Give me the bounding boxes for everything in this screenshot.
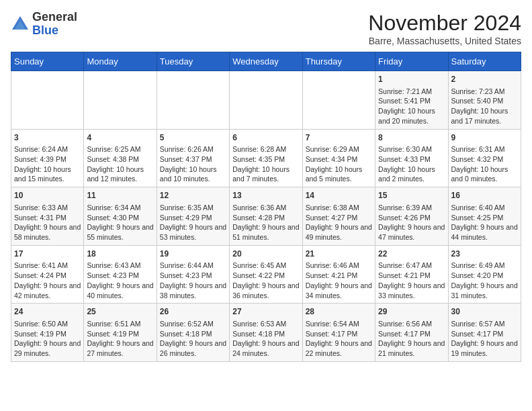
logo-blue-text: Blue	[32, 24, 77, 38]
day-info: Sunrise: 6:41 AM	[14, 261, 81, 271]
day-info: Sunset: 4:21 PM	[378, 271, 445, 281]
day-info: Sunrise: 6:31 AM	[451, 144, 518, 154]
day-info: Sunrise: 6:47 AM	[378, 261, 445, 271]
day-info: Daylight: 10 hours and 0 minutes.	[451, 165, 518, 184]
day-info: Sunrise: 6:53 AM	[232, 319, 299, 329]
day-info: Daylight: 9 hours and 44 minutes.	[451, 222, 518, 242]
calendar-table: SundayMondayTuesdayWednesdayThursdayFrid…	[11, 52, 521, 362]
day-number: 30	[451, 306, 518, 318]
day-info: Sunset: 5:40 PM	[451, 96, 518, 106]
day-info: Sunset: 4:19 PM	[14, 329, 81, 339]
day-number: 11	[87, 190, 153, 201]
day-info: Sunset: 4:23 PM	[160, 271, 226, 281]
day-number: 22	[378, 248, 445, 260]
calendar-cell: 25Sunrise: 6:51 AMSunset: 4:19 PMDayligh…	[84, 304, 157, 362]
calendar-cell: 12Sunrise: 6:35 AMSunset: 4:29 PMDayligh…	[157, 187, 229, 246]
day-info: Sunrise: 6:50 AM	[14, 319, 81, 329]
weekday-sunday: Sunday	[11, 52, 84, 71]
day-info: Daylight: 9 hours and 19 minutes.	[451, 338, 518, 358]
day-info: Sunrise: 6:24 AM	[14, 144, 81, 154]
day-info: Sunrise: 6:45 AM	[232, 261, 299, 271]
calendar-title: November 2024	[368, 11, 521, 36]
day-number: 25	[87, 306, 153, 318]
calendar-subtitle: Barre, Massachusetts, United States	[368, 36, 521, 46]
day-info: Daylight: 9 hours and 40 minutes.	[87, 281, 153, 300]
day-number: 23	[451, 248, 518, 260]
day-number: 27	[232, 306, 299, 318]
week-row-1: 1Sunrise: 7:21 AMSunset: 5:41 PMDaylight…	[11, 71, 521, 130]
day-info: Sunrise: 6:38 AM	[306, 203, 372, 213]
day-info: Daylight: 9 hours and 42 minutes.	[14, 281, 81, 300]
day-info: Daylight: 9 hours and 49 minutes.	[306, 222, 372, 242]
day-info: Daylight: 9 hours and 51 minutes.	[232, 222, 299, 242]
week-row-4: 17Sunrise: 6:41 AMSunset: 4:24 PMDayligh…	[11, 245, 521, 304]
calendar-cell: 2Sunrise: 7:23 AMSunset: 5:40 PMDaylight…	[448, 71, 521, 130]
day-info: Sunset: 4:27 PM	[306, 213, 372, 223]
calendar-cell: 29Sunrise: 6:56 AMSunset: 4:17 PMDayligh…	[375, 304, 448, 362]
day-info: Sunrise: 6:33 AM	[14, 203, 81, 213]
day-info: Sunset: 4:34 PM	[306, 154, 372, 165]
day-info: Sunrise: 7:21 AM	[378, 87, 445, 97]
day-number: 1	[378, 74, 445, 85]
calendar-cell: 9Sunrise: 6:31 AMSunset: 4:32 PMDaylight…	[448, 129, 521, 187]
day-info: Sunrise: 6:30 AM	[378, 144, 445, 154]
calendar-header: SundayMondayTuesdayWednesdayThursdayFrid…	[11, 52, 521, 71]
calendar-cell: 18Sunrise: 6:43 AMSunset: 4:23 PMDayligh…	[84, 245, 157, 304]
header: General Blue November 2024 Barre, Massac…	[11, 11, 521, 46]
day-info: Sunrise: 6:28 AM	[232, 144, 299, 154]
calendar-cell: 14Sunrise: 6:38 AMSunset: 4:27 PMDayligh…	[302, 187, 375, 246]
day-number: 10	[14, 190, 81, 201]
day-number: 18	[87, 248, 153, 260]
calendar-cell	[84, 71, 157, 130]
day-info: Daylight: 9 hours and 31 minutes.	[451, 281, 518, 300]
day-info: Sunset: 4:22 PM	[232, 271, 299, 281]
day-number: 24	[14, 306, 81, 318]
day-info: Sunrise: 6:57 AM	[451, 319, 518, 329]
day-info: Daylight: 9 hours and 58 minutes.	[14, 222, 81, 242]
week-row-3: 10Sunrise: 6:33 AMSunset: 4:31 PMDayligh…	[11, 187, 521, 246]
day-info: Sunrise: 6:35 AM	[160, 203, 226, 213]
day-info: Daylight: 9 hours and 53 minutes.	[160, 222, 226, 242]
calendar-cell: 24Sunrise: 6:50 AMSunset: 4:19 PMDayligh…	[11, 304, 84, 362]
calendar-cell: 19Sunrise: 6:44 AMSunset: 4:23 PMDayligh…	[157, 245, 229, 304]
title-area: November 2024 Barre, Massachusetts, Unit…	[368, 11, 521, 46]
week-row-5: 24Sunrise: 6:50 AMSunset: 4:19 PMDayligh…	[11, 304, 521, 362]
calendar-cell: 10Sunrise: 6:33 AMSunset: 4:31 PMDayligh…	[11, 187, 84, 246]
day-info: Sunrise: 6:40 AM	[451, 203, 518, 213]
day-info: Sunset: 4:23 PM	[87, 271, 153, 281]
day-info: Daylight: 10 hours and 17 minutes.	[451, 106, 518, 126]
calendar-cell: 13Sunrise: 6:36 AMSunset: 4:28 PMDayligh…	[230, 187, 302, 246]
day-info: Sunrise: 6:34 AM	[87, 203, 153, 213]
weekday-header-row: SundayMondayTuesdayWednesdayThursdayFrid…	[11, 52, 521, 71]
day-number: 8	[378, 132, 445, 144]
calendar-cell: 6Sunrise: 6:28 AMSunset: 4:35 PMDaylight…	[230, 129, 302, 187]
day-number: 2	[451, 74, 518, 85]
day-info: Daylight: 9 hours and 55 minutes.	[87, 222, 153, 242]
day-info: Sunset: 4:17 PM	[451, 329, 518, 339]
day-info: Sunrise: 6:44 AM	[160, 261, 226, 271]
day-number: 26	[160, 306, 226, 318]
day-info: Daylight: 9 hours and 47 minutes.	[378, 222, 445, 242]
day-info: Daylight: 9 hours and 29 minutes.	[14, 338, 81, 358]
logo-icon	[11, 15, 30, 34]
day-info: Daylight: 9 hours and 33 minutes.	[378, 281, 445, 300]
calendar-body: 1Sunrise: 7:21 AMSunset: 5:41 PMDaylight…	[11, 71, 521, 362]
calendar-cell: 5Sunrise: 6:26 AMSunset: 4:37 PMDaylight…	[157, 129, 229, 187]
day-info: Sunrise: 6:51 AM	[87, 319, 153, 329]
day-info: Daylight: 10 hours and 12 minutes.	[87, 165, 153, 184]
day-info: Sunset: 4:18 PM	[160, 329, 226, 339]
day-info: Sunrise: 6:36 AM	[232, 203, 299, 213]
day-info: Sunset: 4:33 PM	[378, 154, 445, 165]
day-number: 5	[160, 132, 226, 144]
day-number: 6	[232, 132, 299, 144]
day-number: 16	[451, 190, 518, 201]
day-info: Sunset: 4:38 PM	[87, 154, 153, 165]
calendar-cell: 4Sunrise: 6:25 AMSunset: 4:38 PMDaylight…	[84, 129, 157, 187]
day-number: 20	[232, 248, 299, 260]
day-info: Sunset: 4:19 PM	[87, 329, 153, 339]
day-info: Daylight: 9 hours and 21 minutes.	[378, 338, 445, 358]
weekday-thursday: Thursday	[302, 52, 375, 71]
calendar-cell: 30Sunrise: 6:57 AMSunset: 4:17 PMDayligh…	[448, 304, 521, 362]
weekday-monday: Monday	[84, 52, 157, 71]
day-number: 7	[306, 132, 372, 144]
